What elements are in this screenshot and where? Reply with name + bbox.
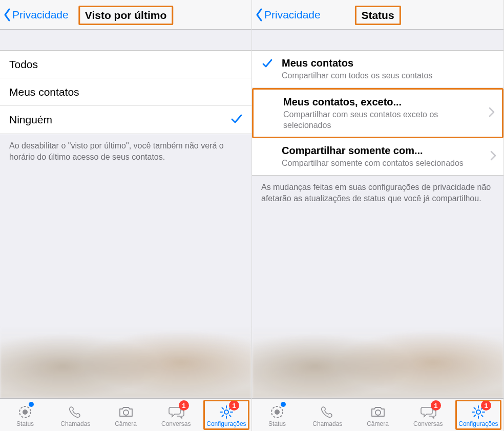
tab-label: Chamadas bbox=[60, 420, 90, 427]
options-list: Todos Meus contatos Ninguém bbox=[0, 50, 251, 134]
page-title: Visto por último bbox=[78, 6, 173, 25]
checkmark-icon bbox=[262, 59, 272, 70]
status-badge-dot bbox=[281, 402, 286, 407]
camera-icon bbox=[370, 404, 386, 420]
option-label: Todos bbox=[9, 58, 38, 71]
settings-badge: 1 bbox=[229, 400, 239, 411]
tab-chats[interactable]: 1 Conversas bbox=[403, 399, 453, 431]
nav-header: Privacidade Visto por último bbox=[0, 0, 251, 30]
tab-label: Chamadas bbox=[312, 420, 342, 427]
chevron-left-icon bbox=[3, 8, 11, 22]
svg-point-5 bbox=[275, 410, 280, 415]
tab-chats[interactable]: 1 Conversas bbox=[151, 399, 201, 431]
chats-badge: 1 bbox=[179, 400, 189, 411]
content-area: Todos Meus contatos Ninguém Ao desabilit… bbox=[0, 30, 251, 398]
tab-label: Status bbox=[268, 420, 286, 427]
option-label: Meus contatos bbox=[9, 86, 79, 98]
option-my-contacts[interactable]: Meus contatos bbox=[0, 78, 251, 106]
svg-point-7 bbox=[476, 410, 480, 414]
status-options-list: Meus contatos Compartilhar com todos os … bbox=[252, 50, 503, 176]
back-label: Privacidade bbox=[12, 9, 69, 21]
option-contacts-except[interactable]: Meus contatos, exceto... Compartilhar co… bbox=[254, 90, 502, 137]
tab-label: Status bbox=[16, 420, 34, 427]
option-nobody[interactable]: Ninguém bbox=[0, 106, 251, 134]
option-label: Ninguém bbox=[9, 114, 52, 126]
tab-label: Conversas bbox=[161, 420, 191, 427]
screen-last-seen: Privacidade Visto por último Todos Meus … bbox=[0, 0, 252, 431]
chats-badge: 1 bbox=[431, 400, 441, 411]
tab-calls[interactable]: Chamadas bbox=[302, 399, 352, 431]
tab-status[interactable]: Status bbox=[0, 399, 50, 431]
chevron-right-icon bbox=[490, 150, 496, 163]
option-title: Meus contatos bbox=[282, 57, 495, 70]
footer-note: Ao desabilitar o "visto por último", voc… bbox=[0, 134, 251, 162]
back-button[interactable]: Privacidade bbox=[252, 8, 321, 22]
option-title: Compartilhar somente com... bbox=[282, 144, 495, 157]
background-blur bbox=[252, 327, 503, 398]
tab-camera[interactable]: Câmera bbox=[100, 399, 151, 431]
tab-camera[interactable]: Câmera bbox=[352, 399, 403, 431]
highlight-box: Meus contatos, exceto... Compartilhar co… bbox=[252, 88, 503, 139]
tab-label: Configurações bbox=[206, 420, 246, 427]
phone-icon bbox=[68, 404, 83, 420]
chevron-left-icon bbox=[255, 8, 263, 22]
tab-calls[interactable]: Chamadas bbox=[50, 399, 100, 431]
nav-header: Privacidade Status bbox=[252, 0, 503, 30]
footer-note: As mudanças feitas em suas configurações… bbox=[252, 176, 503, 204]
svg-point-1 bbox=[23, 410, 28, 415]
svg-point-3 bbox=[224, 410, 228, 414]
svg-point-6 bbox=[375, 410, 381, 415]
tab-status[interactable]: Status bbox=[252, 399, 302, 431]
camera-icon bbox=[118, 404, 134, 420]
status-badge-dot bbox=[29, 402, 34, 407]
tab-label: Câmera bbox=[115, 420, 137, 427]
tab-bar: Status Chamadas Câmera 1 Conversas 1 bbox=[0, 398, 251, 431]
option-share-only-with[interactable]: Compartilhar somente com... Compartilhar… bbox=[252, 138, 503, 175]
option-title: Meus contatos, exceto... bbox=[283, 96, 494, 109]
option-everyone[interactable]: Todos bbox=[0, 51, 251, 78]
option-subtitle: Compartilhar com seus contatos exceto os… bbox=[283, 110, 494, 131]
back-button[interactable]: Privacidade bbox=[0, 8, 69, 22]
page-title: Status bbox=[354, 6, 401, 25]
phone-icon bbox=[320, 404, 335, 420]
tab-label: Configurações bbox=[458, 420, 498, 427]
option-my-contacts[interactable]: Meus contatos Compartilhar com todos os … bbox=[252, 51, 503, 88]
option-subtitle: Compartilhar com todos os seus contatos bbox=[282, 71, 495, 81]
tab-label: Conversas bbox=[413, 420, 443, 427]
background-blur bbox=[0, 327, 251, 398]
tab-bar: Status Chamadas Câmera 1 Conversas 1 bbox=[252, 398, 503, 431]
option-subtitle: Compartilhar somente com contatos seleci… bbox=[282, 158, 495, 169]
checkmark-icon bbox=[231, 114, 242, 126]
content-area: Meus contatos Compartilhar com todos os … bbox=[252, 30, 503, 398]
tab-settings[interactable]: 1 Configurações bbox=[453, 399, 503, 431]
tab-label: Câmera bbox=[367, 420, 389, 427]
chevron-right-icon bbox=[489, 107, 495, 119]
tab-settings[interactable]: 1 Configurações bbox=[201, 399, 251, 431]
svg-point-2 bbox=[123, 410, 129, 415]
settings-badge: 1 bbox=[481, 400, 491, 411]
screen-status-privacy: Privacidade Status Meus contatos Compart… bbox=[252, 0, 504, 431]
back-label: Privacidade bbox=[264, 9, 321, 21]
